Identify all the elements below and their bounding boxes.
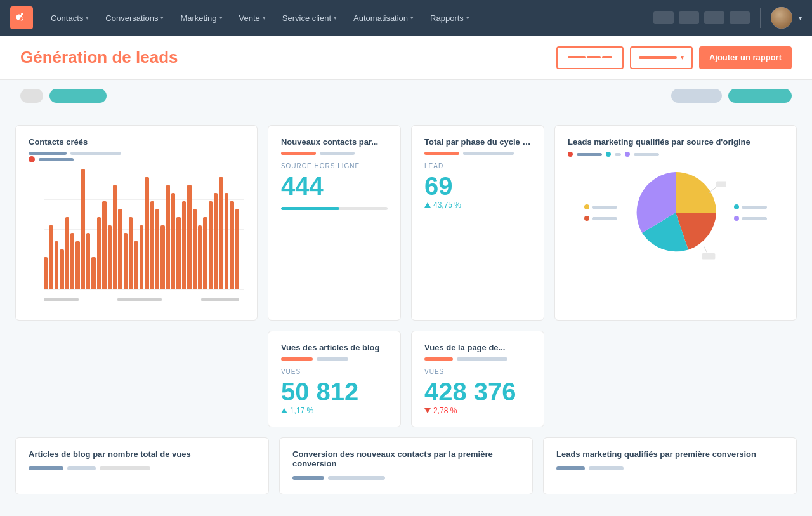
metric-progress (281, 207, 388, 210)
nav-item-contacts[interactable]: Contacts ▾ (43, 8, 96, 28)
legend-bar-1 (29, 152, 67, 155)
legend-bar-2 (317, 357, 348, 361)
legend-bar-3 (634, 153, 659, 156)
legend-dot-1 (568, 152, 573, 157)
svg-rect-3 (702, 253, 716, 260)
card-leads-marketing: Leads marketing qualifiés par source d'o… (554, 125, 797, 321)
card-vues-blog: Vues des articles de blog VUES 50 812 1,… (268, 331, 401, 427)
legend-dot (584, 204, 589, 209)
metric-label: VUES (424, 368, 531, 375)
card-bottom-3: Leads marketing qualifiés par première c… (543, 437, 797, 494)
chevron-icon: ▾ (219, 15, 223, 21)
chevron-icon: ▾ (86, 15, 89, 21)
nav-icon-btn-1[interactable] (653, 11, 674, 24)
x-axis (44, 291, 239, 308)
filter-button[interactable] (556, 46, 624, 69)
nav-items: Contacts ▾ Conversations ▾ Marketing ▾ V… (43, 8, 653, 28)
add-report-button[interactable]: Ajouter un rapport (699, 46, 792, 69)
metric-progress-fill (281, 207, 339, 210)
bar (219, 177, 223, 289)
y-axis (29, 169, 41, 289)
bar (187, 185, 191, 289)
legend-dot-2 (606, 152, 611, 157)
bar (145, 177, 148, 289)
nav-item-automatisation[interactable]: Automatisation ▾ (346, 8, 421, 28)
pie-chart (625, 162, 726, 263)
nav-item-vente[interactable]: Vente ▾ (232, 8, 273, 28)
bar (70, 233, 74, 289)
legend-bar-1 (281, 357, 313, 361)
legend-label (592, 217, 617, 220)
bar (44, 257, 48, 289)
navbar: Contacts ▾ Conversations ▾ Marketing ▾ V… (0, 0, 812, 36)
card-title: Contacts créés (29, 137, 244, 147)
bar (102, 201, 106, 289)
nav-icon-btn-4[interactable] (730, 11, 750, 24)
arrow-up-icon (281, 408, 287, 413)
nav-item-service[interactable]: Service client ▾ (275, 8, 344, 28)
toolbar-chip-right-1 (671, 89, 722, 103)
bar (203, 217, 207, 289)
pie-legend-left (584, 204, 617, 221)
card-title: Vues des articles de blog (281, 343, 388, 352)
card-legends (281, 357, 388, 361)
legend-bar-1 (577, 153, 602, 156)
chevron-icon: ▾ (466, 15, 469, 21)
skeleton-bar (328, 476, 385, 480)
legend-bar-2 (320, 152, 355, 155)
card-legends (568, 152, 783, 157)
nav-icon-btn-2[interactable] (679, 11, 699, 24)
bar (225, 193, 228, 289)
bar (75, 241, 79, 289)
bar (97, 217, 101, 289)
card-title: Nouveaux contacts par... (281, 137, 388, 147)
legend-dot-3 (625, 152, 630, 157)
nav-item-conversations[interactable]: Conversations ▾ (98, 8, 171, 28)
card-legends (424, 152, 531, 155)
card-contacts-crees: Contacts créés (15, 125, 258, 321)
card-title: Leads marketing qualifiés par première c… (556, 449, 783, 459)
metric-change: 2,78 % (424, 406, 531, 415)
card-legends (424, 357, 531, 361)
legend-dot (734, 216, 739, 221)
skeleton-bars (556, 466, 783, 470)
page-title: Génération de leads (20, 48, 178, 67)
bar (171, 193, 175, 289)
bar (160, 225, 164, 289)
chevron-icon: ▾ (334, 15, 337, 21)
toolbar-chip-right-2 (728, 89, 792, 103)
legend-bar-1 (281, 152, 316, 155)
bar (230, 201, 233, 289)
bar (60, 249, 63, 289)
bar (129, 217, 133, 289)
legend-bar-1 (424, 152, 459, 155)
skeleton-bars (292, 476, 520, 480)
bars (44, 169, 239, 289)
metric-value: 69 (424, 172, 531, 201)
skeleton-bar (100, 466, 150, 470)
hubspot-logo[interactable] (10, 6, 33, 29)
bar (235, 209, 239, 289)
dashboard: Contacts créés (0, 112, 812, 507)
bar (209, 201, 213, 289)
bar (55, 241, 58, 289)
avatar-chevron-icon[interactable]: ▾ (799, 15, 802, 22)
bar (198, 225, 202, 289)
metric-label: VUES (281, 368, 388, 375)
page-header: Génération de leads ▾ Ajouter un rapport (0, 36, 812, 80)
nav-item-marketing[interactable]: Marketing ▾ (173, 8, 230, 28)
nav-icon-btn-3[interactable] (704, 11, 724, 24)
nav-item-rapports[interactable]: Rapports ▾ (422, 8, 477, 28)
bar (193, 209, 197, 289)
bar (65, 217, 69, 289)
pie-legend-right (734, 204, 767, 221)
arrow-up-icon (424, 202, 431, 208)
bar (155, 209, 159, 289)
bar (124, 233, 128, 289)
card-legends (29, 152, 244, 155)
bar (176, 217, 180, 289)
legend-label (742, 217, 767, 220)
bar (81, 169, 85, 289)
dropdown-button[interactable]: ▾ (630, 46, 693, 69)
avatar[interactable] (771, 7, 792, 29)
